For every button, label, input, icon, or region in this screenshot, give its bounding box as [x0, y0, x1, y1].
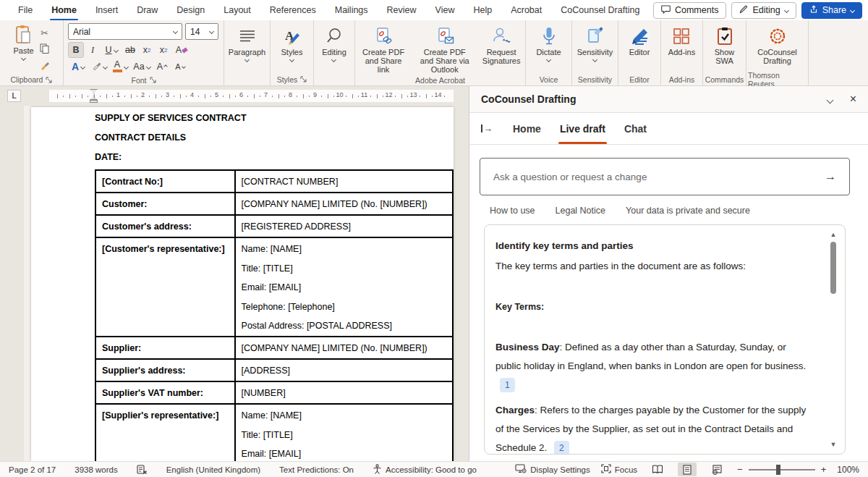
menu-tab-design[interactable]: Design — [167, 0, 214, 20]
table-label-cell[interactable]: Supplier's address: — [95, 359, 235, 381]
table-value-cell[interactable]: Name: [NAME]Title: [TITLE]Email: [EMAIL]… — [235, 404, 453, 461]
font-size-combo[interactable]: 14 — [185, 23, 218, 40]
ask-input[interactable]: Ask a question or request a change → — [480, 158, 850, 195]
clipboard-dialog-launcher[interactable] — [46, 77, 52, 83]
zoom-level[interactable]: 100% — [837, 465, 859, 475]
comments-button[interactable]: Comments — [653, 2, 726, 19]
web-layout-button[interactable] — [707, 463, 726, 476]
menu-tab-insert[interactable]: Insert — [86, 0, 127, 20]
paragraph-button[interactable]: Paragraph — [226, 23, 268, 63]
tab-stop-selector[interactable]: L — [7, 90, 21, 102]
italic-button[interactable]: I — [85, 42, 101, 58]
zoom-slider[interactable]: − + — [737, 464, 826, 475]
citation-badge[interactable]: 2 — [554, 441, 569, 455]
accessibility-status[interactable]: Accessibility: Good to go — [373, 464, 477, 476]
menu-tab-help[interactable]: Help — [464, 0, 501, 20]
scroll-up-icon[interactable]: ▲ — [830, 231, 837, 238]
show-swa-button[interactable]: Show SWA — [705, 23, 744, 67]
first-line-indent-marker[interactable] — [90, 89, 98, 94]
display-settings-button[interactable]: Display Settings — [515, 464, 590, 475]
font-color-button[interactable]: A — [110, 59, 130, 75]
styles-dialog-launcher[interactable] — [300, 76, 307, 83]
addins-button[interactable]: Add-ins — [665, 23, 698, 58]
menu-tab-references[interactable]: References — [260, 0, 326, 20]
focus-button[interactable]: Focus — [601, 464, 637, 475]
table-value-cell[interactable]: [NUMBER] — [235, 381, 453, 404]
copy-button[interactable] — [37, 41, 53, 57]
print-layout-button[interactable] — [678, 463, 697, 476]
sensitivity-button[interactable]: Sensitivity — [574, 23, 616, 63]
bold-button[interactable]: B — [68, 42, 84, 58]
create-pdf-outlook-button[interactable]: Create PDF and Share via Outlook — [414, 23, 475, 75]
text-predictions-indicator[interactable]: Text Predictions: On — [279, 465, 354, 474]
panel-tab-home[interactable]: Home — [506, 113, 548, 144]
editing-mode-button[interactable]: Editing — [731, 2, 796, 19]
paste-button[interactable]: Paste — [10, 23, 36, 62]
menu-tab-review[interactable]: Review — [378, 0, 426, 20]
left-indent-marker[interactable] — [90, 100, 98, 103]
subscript-button[interactable]: x2 — [139, 42, 155, 58]
document-page[interactable]: SUPPLY OF SERVICES CONTRACT CONTRACT DET… — [31, 107, 454, 461]
underline-button[interactable]: U — [101, 42, 122, 58]
menu-tab-home[interactable]: Home — [42, 0, 86, 20]
superscript-button[interactable]: x2 — [156, 42, 171, 58]
request-signatures-button[interactable]: Request Signatures — [479, 23, 524, 67]
zoom-in-button[interactable]: + — [821, 464, 827, 475]
table-label-cell[interactable]: [Contract No:] — [95, 170, 235, 193]
zoom-out-button[interactable]: − — [737, 464, 743, 475]
panel-pin-button[interactable]: → — [478, 123, 495, 134]
page-indicator[interactable]: Page 2 of 17 — [9, 465, 56, 474]
zoom-thumb[interactable] — [776, 465, 780, 475]
text-effects-button[interactable]: A — [68, 59, 88, 75]
table-label-cell[interactable]: Customer's address: — [95, 215, 235, 237]
citation-badge[interactable]: 1 — [500, 378, 515, 392]
panel-tab-live-draft[interactable]: Live draft — [553, 113, 613, 144]
share-button[interactable]: Share — [801, 2, 862, 19]
scrollbar-thumb[interactable] — [830, 242, 836, 294]
menu-tab-mailings[interactable]: Mailings — [326, 0, 378, 20]
panel-collapse-button[interactable] — [827, 94, 833, 105]
cut-button[interactable]: ✂ — [37, 25, 53, 41]
font-name-combo[interactable]: Arial — [68, 23, 182, 40]
table-value-cell[interactable]: [COMPANY NAME] LIMITED (No. [NUMBER]) — [235, 337, 453, 359]
table-value-cell[interactable]: [COMPANY NAME] LIMITED (No. [NUMBER]) — [235, 193, 453, 215]
scroll-down-icon[interactable]: ▼ — [830, 441, 837, 448]
table-value-cell[interactable]: Name: [NAME]Title: [TITLE]Email: [EMAIL]… — [235, 237, 453, 337]
dictate-button[interactable]: Dictate — [533, 23, 563, 63]
menu-tab-acrobat[interactable]: Acrobat — [501, 0, 551, 20]
menu-tab-layout[interactable]: Layout — [214, 0, 260, 20]
table-label-cell[interactable]: Supplier: — [95, 337, 235, 359]
create-pdf-share-link-button[interactable]: Create PDF and Share link — [357, 23, 410, 75]
submit-arrow-button[interactable]: → — [825, 170, 836, 183]
panel-link-how-to-use[interactable]: How to use — [490, 206, 535, 216]
menu-tab-file[interactable]: File — [9, 0, 42, 20]
editor-button[interactable]: Editor — [626, 23, 653, 58]
proofing-status-icon[interactable] — [137, 465, 148, 474]
styles-button[interactable]: A Styles — [278, 23, 306, 63]
table-label-cell[interactable]: [Supplier's representative:] — [95, 404, 235, 461]
table-label-cell[interactable]: Supplier's VAT number: — [95, 381, 235, 404]
panel-close-button[interactable]: × — [850, 93, 856, 105]
clear-formatting-button[interactable]: A — [172, 42, 191, 58]
table-label-cell[interactable]: Customer: — [95, 193, 235, 215]
read-mode-button[interactable] — [648, 463, 667, 476]
menu-tab-cocounsel-drafting[interactable]: CoCounsel Drafting — [551, 0, 649, 20]
word-count[interactable]: 3938 words — [75, 465, 117, 474]
strikethrough-button[interactable]: ab — [122, 42, 138, 58]
zoom-track[interactable] — [749, 469, 815, 470]
language-indicator[interactable]: English (United Kingdom) — [166, 465, 260, 474]
table-value-cell[interactable]: [ADDRESS] — [235, 359, 453, 381]
shrink-font-button[interactable]: A — [171, 59, 189, 75]
table-value-cell[interactable]: [CONTRACT NUMBER] — [235, 170, 453, 193]
panel-tab-chat[interactable]: Chat — [617, 113, 654, 144]
font-dialog-launcher[interactable] — [150, 77, 156, 83]
menu-tab-draw[interactable]: Draw — [127, 0, 167, 20]
table-label-cell[interactable]: [Customer's representative:] — [95, 237, 235, 337]
card-scrollbar[interactable]: ▲ ▼ — [828, 231, 838, 448]
cocounsel-drafting-button[interactable]: CoCounsel Drafting — [748, 23, 807, 67]
menu-tab-view[interactable]: View — [426, 0, 464, 20]
editing-button[interactable]: Editing — [319, 23, 349, 63]
change-case-button[interactable]: Aa — [131, 59, 153, 75]
grow-font-button[interactable]: A — [153, 59, 171, 75]
highlight-button[interactable] — [89, 59, 109, 75]
